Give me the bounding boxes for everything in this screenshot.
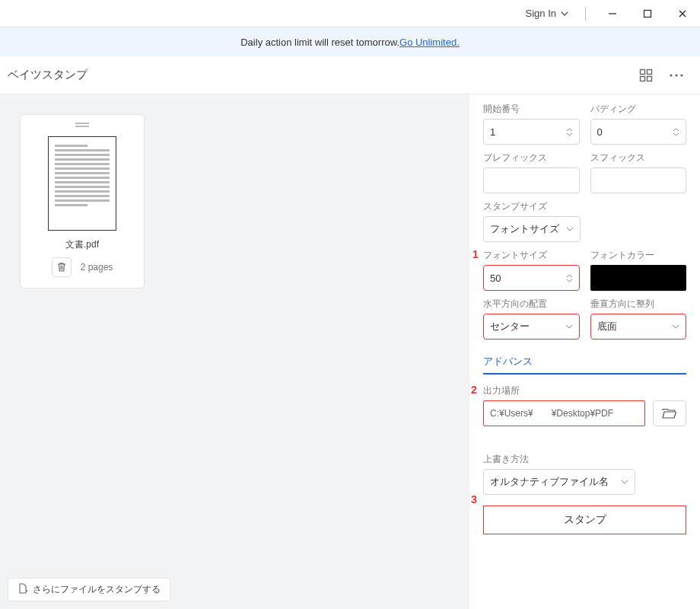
stamp-size-select[interactable]: フォントサイズ [483,216,581,242]
marker-1: 1 [473,248,479,260]
advance-link[interactable]: アドバンス [483,347,686,375]
grid-view-icon[interactable] [639,69,653,82]
output-path-input[interactable]: C:¥Users¥ ¥Desktop¥PDF [483,400,645,426]
halign-value: センター [490,320,530,333]
font-color-swatch[interactable] [590,265,687,291]
font-color-label: フォントカラー [590,250,687,261]
overwrite-value: オルタナティブファイル名 [490,475,609,489]
chevron-down-icon [566,227,574,231]
valign-value: 底面 [597,320,617,333]
font-size-input[interactable]: 50 [483,265,580,291]
page-tools [639,69,683,82]
suffix-label: スフィックス [590,152,687,164]
valign-select[interactable]: 底面 [590,314,687,340]
padding-value: 0 [597,126,603,138]
delete-file-button[interactable] [52,257,72,277]
file-list-area: 文書.pdf 2 pages さらにファイルをスタンプする [0,94,469,609]
overwrite-label: 上書き方法 [483,454,686,465]
browse-folder-button[interactable] [653,400,686,426]
banner-text: Daily action limit will reset tomorrow. [240,37,399,48]
chevron-down-icon [621,480,628,484]
halign-label: 水平方向の配置 [483,298,580,310]
svg-rect-0 [644,10,651,17]
marker-3: 3 [471,493,477,505]
stepper-icon[interactable] [566,274,573,282]
drag-handle-icon[interactable] [75,123,89,129]
font-size-label: フォントサイズ [483,250,580,261]
divider [585,7,586,21]
svg-rect-1 [641,69,645,74]
file-thumbnail [48,136,116,231]
stepper-icon[interactable] [673,128,679,136]
file-pages: 2 pages [81,262,113,273]
svg-rect-3 [641,76,645,81]
page-header: ベイツスタンプ [0,56,700,94]
add-file-icon [18,583,28,596]
stamp-size-label: スタンプサイズ [483,201,686,212]
more-icon[interactable] [670,74,683,77]
main: 文書.pdf 2 pages さらにファイルをスタンプする 開始番号 [0,94,700,609]
stamp-button-label: スタンプ [564,513,606,527]
chevron-down-icon [565,324,573,329]
stamp-size-value: フォントサイズ [490,222,559,236]
start-number-value: 1 [490,126,495,138]
add-more-files-button[interactable]: さらにファイルをスタンプする [8,578,170,601]
section-divider [483,373,686,375]
svg-point-6 [675,74,677,76]
overwrite-select[interactable]: オルタナティブファイル名 [483,469,635,495]
start-number-label: 開始番号 [483,104,580,115]
sign-in-menu[interactable]: Sign In [518,8,576,19]
prefix-label: プレフィックス [483,152,580,164]
svg-point-7 [680,74,682,76]
sign-in-label: Sign In [526,8,556,19]
prefix-input[interactable] [483,167,580,193]
chevron-down-icon [561,11,568,16]
minimize-button[interactable] [595,0,630,27]
start-number-input[interactable]: 1 [483,119,580,145]
go-unlimited-link[interactable]: Go Unlimited. [399,37,460,48]
settings-panel: 開始番号 1 パディング 0 [469,94,700,609]
padding-label: パディング [590,104,687,115]
folder-open-icon [662,408,677,419]
output-path-value: C:¥Users¥ ¥Desktop¥PDF [490,407,613,420]
output-label: 出力場所 [483,385,686,397]
valign-label: 垂直方向に整列 [590,298,687,310]
suffix-input[interactable] [590,167,687,193]
marker-2: 2 [471,384,477,396]
chevron-down-icon [672,324,679,329]
svg-point-5 [670,74,672,76]
file-card[interactable]: 文書.pdf 2 pages [20,114,145,289]
svg-rect-4 [648,76,652,81]
add-more-files-label: さらにファイルをスタンプする [33,583,161,596]
maximize-button[interactable] [630,0,665,27]
padding-input[interactable]: 0 [590,119,687,145]
promo-banner: Daily action limit will reset tomorrow. … [0,27,700,56]
page-title: ベイツスタンプ [8,68,88,82]
window-buttons [595,0,700,27]
font-size-value: 50 [490,273,501,284]
stamp-button[interactable]: スタンプ [483,505,686,534]
file-name: 文書.pdf [65,238,99,251]
svg-rect-2 [648,69,652,74]
close-button[interactable] [665,0,700,27]
stepper-icon[interactable] [566,128,573,136]
title-bar: Sign In [0,0,700,27]
halign-select[interactable]: センター [483,314,580,340]
